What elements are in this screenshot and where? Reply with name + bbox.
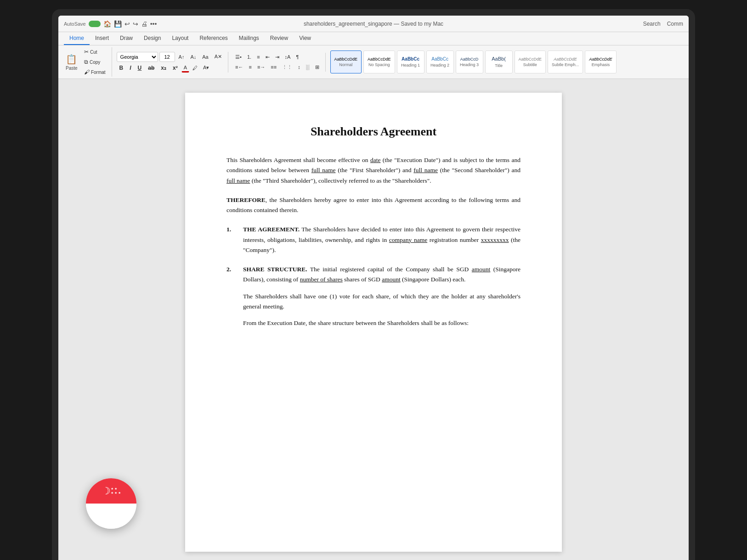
autosave-toggle[interactable] bbox=[89, 21, 101, 27]
autosave-label: AutoSave bbox=[64, 21, 86, 27]
style-subtle-emphasis[interactable]: AaBbCcDdE Subtle Emph... bbox=[548, 50, 583, 73]
print-icon[interactable]: 🖨 bbox=[141, 20, 147, 28]
singapore-flag-circle: ☽ ★ ★ ★ ★ ★ bbox=[86, 478, 136, 529]
style-emphasis[interactable]: AaBbCcDdE Emphasis bbox=[585, 50, 617, 73]
highlight-color-btn[interactable]: 🖊 bbox=[190, 64, 200, 72]
num-shares-field[interactable]: number of shares bbox=[300, 276, 343, 283]
style-normal[interactable]: AaBbCcDdE Normal bbox=[330, 50, 362, 73]
document-area: ☽ ★ ★ ★ ★ ★ Sha bbox=[58, 79, 689, 560]
tab-review[interactable]: Review bbox=[265, 32, 294, 45]
date-field[interactable]: date bbox=[370, 157, 381, 163]
change-case-btn[interactable]: Aa bbox=[200, 53, 210, 61]
copy-button[interactable]: ⧉ Copy bbox=[82, 57, 103, 67]
registration-number-field[interactable]: xxxxxxxxx bbox=[481, 236, 509, 243]
clear-format-btn[interactable]: A✕ bbox=[212, 52, 224, 61]
style-emphasis-preview: AaBbCcDdE bbox=[589, 57, 612, 62]
save-icon[interactable]: 💾 bbox=[114, 20, 122, 28]
style-h1-preview: AaBbCc bbox=[402, 56, 419, 62]
font-name-select[interactable]: Georgia bbox=[117, 52, 158, 62]
format-painter-button[interactable]: 🖌 Format bbox=[82, 67, 108, 77]
first-shareholder-field[interactable]: full name bbox=[311, 167, 336, 174]
tab-design[interactable]: Design bbox=[138, 32, 166, 45]
home-icon[interactable]: 🏠 bbox=[103, 20, 111, 28]
sgd-amount-field-2[interactable]: amount bbox=[382, 276, 401, 283]
paste-group: 📋 Paste ✂ Cut ⧉ Copy 🖌 Format bbox=[63, 47, 112, 77]
align-right-btn[interactable]: ≡→ bbox=[255, 63, 267, 72]
line-spacing-btn[interactable]: ↕ bbox=[295, 63, 303, 72]
tab-mailings[interactable]: Mailings bbox=[233, 32, 265, 45]
strikethrough-button[interactable]: ab bbox=[145, 63, 157, 73]
item-2-para-3: From the Execution Date, the share struc… bbox=[243, 318, 521, 328]
style-heading2[interactable]: AaBbCc Heading 2 bbox=[426, 50, 454, 73]
bullets-btn[interactable]: ☰• bbox=[233, 53, 244, 62]
style-h2-preview: AaBbCc bbox=[431, 56, 448, 62]
paste-button[interactable]: 📋 Paste bbox=[63, 52, 80, 72]
style-subtitle[interactable]: AaBbCcDdE Subtitle bbox=[515, 50, 546, 73]
tab-view[interactable]: View bbox=[294, 32, 317, 45]
style-normal-preview: AaBbCcDdE bbox=[334, 57, 358, 62]
style-subtitle-preview: AaBbCcDdE bbox=[519, 57, 542, 62]
item-1: 1. THE AGREEMENT. The Shareholders have … bbox=[226, 224, 521, 255]
font-group: Georgia A↑ A↓ Aa A✕ B I U ab bbox=[117, 52, 229, 73]
second-shareholder-field[interactable]: full name bbox=[413, 167, 438, 174]
style-no-spacing[interactable]: AaBbCcDdE No Spacing bbox=[363, 50, 395, 73]
more-icon[interactable]: ••• bbox=[150, 20, 157, 28]
flag-bottom-half bbox=[86, 504, 136, 529]
paste-icon: 📋 bbox=[66, 54, 77, 65]
document-body: This Shareholders Agreement shall become… bbox=[226, 155, 521, 328]
borders-btn[interactable]: ⊞ bbox=[313, 63, 322, 72]
font-size-input[interactable] bbox=[159, 52, 175, 62]
tab-references[interactable]: References bbox=[194, 32, 233, 45]
shading-btn[interactable]: A▾ bbox=[201, 63, 211, 72]
crescent-symbol: ☽ bbox=[102, 485, 111, 497]
multilevel-btn[interactable]: ≡ bbox=[255, 53, 262, 62]
filename: shareholders_agreement_singapore bbox=[304, 21, 392, 27]
italic-button[interactable]: I bbox=[127, 63, 134, 73]
therefore-word: THEREFORE bbox=[226, 196, 266, 203]
style-no-spacing-preview: AaBbCcDdE bbox=[368, 57, 391, 62]
font-increase-btn[interactable]: A↑ bbox=[176, 53, 187, 61]
flag-stars: ★ ★ ★ ★ ★ bbox=[111, 487, 121, 495]
numbering-btn[interactable]: 1. bbox=[245, 53, 254, 62]
justify-btn[interactable]: ≡≡ bbox=[268, 63, 279, 72]
font-color-btn[interactable]: A bbox=[181, 63, 189, 73]
style-h1-label: Heading 1 bbox=[401, 63, 420, 67]
tab-home[interactable]: Home bbox=[64, 32, 90, 45]
tab-layout[interactable]: Layout bbox=[166, 32, 194, 45]
underline-button[interactable]: U bbox=[135, 63, 145, 73]
subscript-button[interactable]: x₂ bbox=[158, 63, 169, 73]
font-decrease-btn[interactable]: A↓ bbox=[188, 53, 198, 61]
paragraph-group: ☰• 1. ≡ ⇤ ⇥ ↕A ¶ ≡← ≡ ≡→ ≡≡ bbox=[233, 53, 325, 72]
columns-btn[interactable]: ⋮⋮ bbox=[280, 63, 294, 72]
company-name-field[interactable]: company name bbox=[389, 236, 427, 243]
align-center-btn[interactable]: ≡ bbox=[247, 63, 254, 72]
decrease-indent-btn[interactable]: ⇤ bbox=[263, 53, 272, 62]
bold-button[interactable]: B bbox=[117, 63, 126, 73]
align-left-btn[interactable]: ≡← bbox=[233, 63, 245, 72]
superscript-button[interactable]: x² bbox=[170, 63, 181, 73]
style-title[interactable]: AaBb( Title bbox=[485, 50, 513, 73]
sort-btn[interactable]: ↕A bbox=[283, 53, 293, 62]
search-button[interactable]: Search bbox=[643, 21, 661, 27]
third-shareholder-field[interactable]: full name bbox=[226, 177, 250, 184]
sgd-amount-field-1[interactable]: amount bbox=[472, 266, 491, 273]
tab-insert[interactable]: Insert bbox=[90, 32, 114, 45]
undo-icon[interactable]: ↩ bbox=[124, 20, 130, 28]
cut-button[interactable]: ✂ Cut bbox=[82, 47, 100, 56]
style-h3-preview: AaBbCcD bbox=[460, 57, 479, 62]
document-page[interactable]: Shareholders Agreement This Shareholders… bbox=[185, 93, 562, 552]
screen: AutoSave 🏠 💾 ↩ ↪ 🖨 ••• shareholders_agre… bbox=[58, 16, 689, 560]
cut-copy-group: ✂ Cut ⧉ Copy 🖌 Format bbox=[82, 47, 108, 77]
tab-draw[interactable]: Draw bbox=[114, 32, 138, 45]
increase-indent-btn[interactable]: ⇥ bbox=[273, 53, 282, 62]
style-heading1[interactable]: AaBbCc Heading 1 bbox=[397, 50, 424, 73]
comments-button[interactable]: Comm bbox=[667, 21, 683, 27]
paste-label: Paste bbox=[66, 66, 78, 71]
redo-icon[interactable]: ↪ bbox=[133, 20, 138, 28]
ribbon-tabs: Home Insert Draw Design Layout Reference… bbox=[58, 32, 689, 45]
item-2-para-1: SHARE STRUCTURE. The initial registered … bbox=[243, 264, 521, 285]
style-normal-label: Normal bbox=[339, 62, 352, 67]
shading-fill-btn[interactable]: ░ bbox=[304, 63, 312, 72]
show-hide-btn[interactable]: ¶ bbox=[294, 53, 301, 62]
style-heading3[interactable]: AaBbCcD Heading 3 bbox=[456, 50, 483, 73]
